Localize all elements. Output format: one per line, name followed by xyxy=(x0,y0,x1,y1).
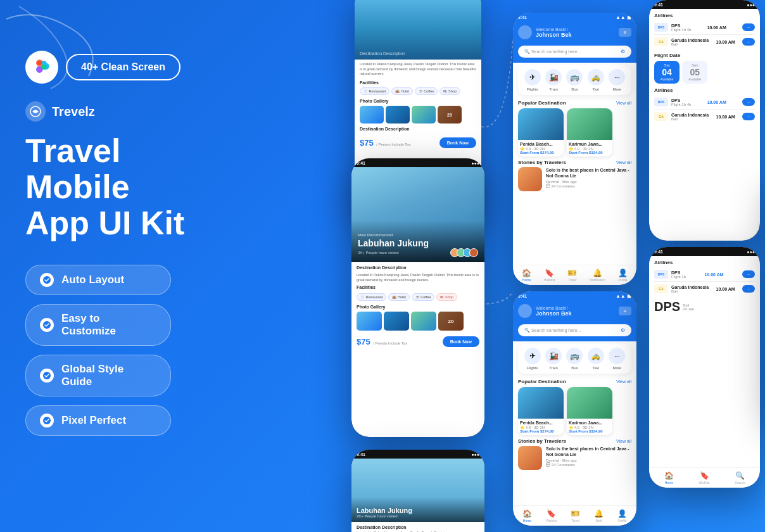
transport-flights[interactable]: ✈ Flights xyxy=(524,69,541,91)
logo-name: Trevelz xyxy=(52,104,95,119)
transport-bus[interactable]: 🚌 Bus xyxy=(566,69,583,91)
price-sub-p1: / Person Include Tax xyxy=(376,142,410,146)
phones-area: 9:41 ●●● Destination Description Located… xyxy=(228,0,765,532)
transport-grid-p3: ✈ Flights 🚂 Train 🚌 Bus 🚕 Taxi xyxy=(518,65,631,95)
price-p1: $75 xyxy=(360,138,374,148)
feature-easy-customize: Easy to Customize xyxy=(25,304,171,346)
nav-profile[interactable]: 👤 Profile xyxy=(618,269,628,282)
nav-wishlist[interactable]: 🔖 Wishlist xyxy=(544,269,555,282)
view-all-popular[interactable]: View all xyxy=(616,101,631,105)
dest-title-p1: Destination Description xyxy=(360,51,405,56)
dest-card-penida[interactable]: Penida Beach... ⭐ 4.8 · 3D 2N Start From… xyxy=(518,108,564,156)
place-image-p2: Most Recommended Labuhan Jukung 2K+ Peop… xyxy=(351,167,484,262)
feature-pixel-perfect: Pixel Perfect xyxy=(25,405,171,436)
date-sat[interactable]: Sat 04 Available xyxy=(654,61,680,84)
phone-screen-6: 9:41 ●●● Airlines DPS DPS Flight 1h 10.0… xyxy=(649,247,760,488)
check-icon-easy-customize xyxy=(40,318,54,332)
status-time-p2: 9:41 xyxy=(357,161,365,165)
phone-screen-7: 9:41 ●●● Labuhan Jukung 2K+ People have … xyxy=(351,450,484,532)
home-header-p3: Welcome Back!! Johnson Bek ≡ xyxy=(513,22,636,43)
popular-section-label: Popular Destination xyxy=(518,100,566,106)
story-card-p3: Solo is the best places in Central Java … xyxy=(513,167,636,191)
phone-bottom-center: 9:41 ●●● Labuhan Jukung 2K+ People have … xyxy=(351,450,484,532)
phone-screen-5: 9:41 ▲▲ ◼ Welcome Back!! Johnson Bek ≡ 🔍 xyxy=(513,291,636,526)
feature-global-style: Global Style Guide xyxy=(25,355,171,396)
figma-icon xyxy=(25,51,58,84)
status-time-p3: 9:41 xyxy=(518,15,527,20)
check-icon-global-style xyxy=(40,369,54,383)
gallery-p1: 20 xyxy=(355,106,481,124)
logo-row: Trevelz xyxy=(25,101,215,122)
dest-image-p1: Destination Description xyxy=(355,0,481,60)
gallery-label-p1: Photo Gallery xyxy=(355,96,481,106)
stories-section-label: Stories by Travelers xyxy=(518,160,566,165)
dest-card-karimun[interactable]: Karimun Jawa... ⭐ 4.9 · 3D 2N Start From… xyxy=(567,108,612,156)
phone-flight-bottom: 9:41 ●●● Airlines DPS DPS Flight 1h 10.0… xyxy=(649,247,760,488)
phone-screen-3: 9:41 ▲▲ ◼ Welcome Back!! Johnson Bek ≡ xyxy=(513,13,636,285)
svg-rect-10 xyxy=(42,61,46,65)
airline-row-dps: DPS DPS Flight 1h 4h 10.00 AM → xyxy=(654,20,755,35)
svg-rect-8 xyxy=(37,61,42,65)
search-bar-p3[interactable]: 🔍 Search something here... ⚙ xyxy=(518,46,631,58)
transport-more[interactable]: ··· More xyxy=(609,69,625,91)
nav-home[interactable]: 🏠 Home xyxy=(522,269,531,282)
visitors-p2: 2K+ People have visited xyxy=(358,251,399,255)
logo-icon xyxy=(25,101,46,122)
view-all-stories[interactable]: View all xyxy=(616,160,631,165)
flight-select-btn-1[interactable]: → xyxy=(742,23,755,31)
date-selector-p4: Sat 04 Available Sun 05 Available xyxy=(654,61,755,84)
clean-screen-badge: 40+ Clean Screen xyxy=(66,54,180,80)
desc-p1: Located in Pekon Kampung Jawa, Pasilin T… xyxy=(355,60,481,79)
check-icon-pixel-perfect xyxy=(40,414,54,428)
transport-train[interactable]: 🚂 Train xyxy=(545,69,562,91)
book-btn-p2[interactable]: Book Now xyxy=(443,336,479,347)
price-row-p1: $75 / Person Include Tax Book Now xyxy=(355,134,481,151)
phone-labuhan-jukung: 9:41 ●●● Most Recommended Labuhan Jukung… xyxy=(351,158,484,437)
svg-point-11 xyxy=(42,65,46,69)
feature-list: Auto Layout Easy to Customize Global Sty… xyxy=(25,265,215,436)
feature-auto-layout: Auto Layout xyxy=(25,265,171,295)
phone-home-top: 9:41 ▲▲ ◼ Welcome Back!! Johnson Bek ≡ xyxy=(513,13,636,285)
recommend-p2: Most Recommended xyxy=(358,233,478,237)
transport-taxi[interactable]: 🚕 Taxi xyxy=(588,69,604,91)
phone-screen-4: 9:41 ●●● Airlines DPS DPS Flight 1h 4h 1… xyxy=(649,0,760,241)
phone-flight-top: 9:41 ●●● Airlines DPS DPS Flight 1h 4h 1… xyxy=(649,0,760,241)
airline-row-garuda: GA Garuda Indonesia Bali 10.00 AM → xyxy=(654,35,755,49)
book-btn-p1[interactable]: Book Now xyxy=(439,137,476,148)
flight-select-btn-ga[interactable]: → xyxy=(742,38,755,46)
phone-home-bottom: 9:41 ▲▲ ◼ Welcome Back!! Johnson Bek ≡ 🔍 xyxy=(513,291,636,526)
svg-rect-9 xyxy=(37,67,42,72)
check-icon-auto-layout xyxy=(40,273,54,287)
nav-notification[interactable]: 🔔 Notification xyxy=(590,269,605,282)
destination-cards-p3: Penida Beach... ⭐ 4.8 · 3D 2N Start From… xyxy=(513,108,636,156)
nav-bar-p3: 🏠 Home 🔖 Wishlist 🎫 Ticket 🔔 Notificatio… xyxy=(513,265,636,285)
left-panel: 40+ Clean Screen Trevelz Travel Mobile A… xyxy=(25,51,215,436)
badge-row: 40+ Clean Screen xyxy=(25,51,215,84)
nav-ticket[interactable]: 🎫 Ticket xyxy=(567,269,577,282)
facilities-tags-p1: 🍴 Restaurant 🏨 Hotel ☕ Coffee 🛍 Shop xyxy=(355,86,481,96)
place-name-p2: Labuhan Jukung xyxy=(358,238,478,248)
facilities-label-p1: Facilities xyxy=(355,79,481,86)
date-sun[interactable]: Sun 05 Available xyxy=(682,61,707,84)
phone-screen-2: 9:41 ●●● Most Recommended Labuhan Jukung… xyxy=(351,158,484,437)
main-title: Travel Mobile App UI Kit xyxy=(25,133,215,242)
